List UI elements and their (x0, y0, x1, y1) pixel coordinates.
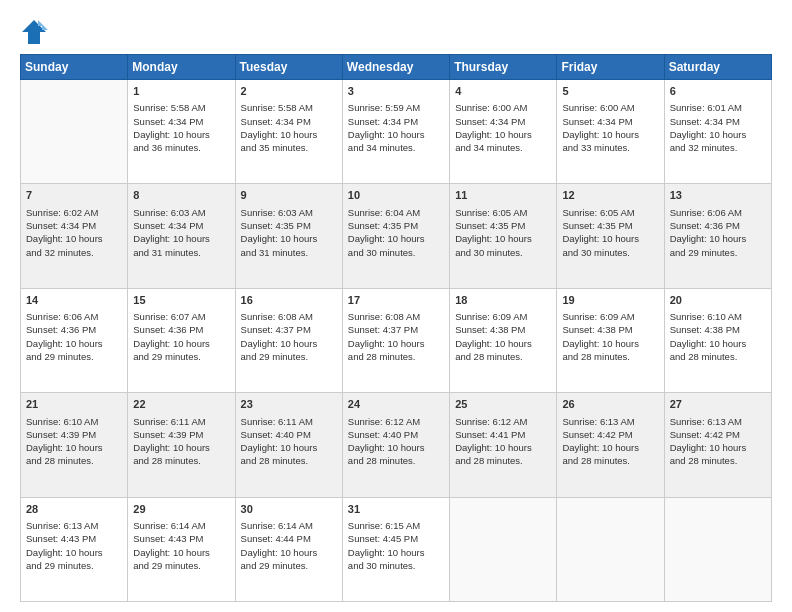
day-info: Daylight: 10 hours (562, 129, 639, 140)
day-number: 23 (241, 397, 337, 412)
day-info: Sunrise: 6:07 AM (133, 311, 205, 322)
calendar-cell: 20Sunrise: 6:10 AMSunset: 4:38 PMDayligh… (664, 288, 771, 392)
day-number: 5 (562, 84, 658, 99)
calendar-cell: 2Sunrise: 5:58 AMSunset: 4:34 PMDaylight… (235, 80, 342, 184)
calendar-cell: 6Sunrise: 6:01 AMSunset: 4:34 PMDaylight… (664, 80, 771, 184)
calendar-cell (557, 497, 664, 601)
day-info: and 31 minutes. (133, 247, 201, 258)
day-info: Sunset: 4:38 PM (562, 324, 632, 335)
day-info: Daylight: 10 hours (133, 338, 210, 349)
day-info: Daylight: 10 hours (241, 547, 318, 558)
calendar-cell: 21Sunrise: 6:10 AMSunset: 4:39 PMDayligh… (21, 393, 128, 497)
calendar-cell: 26Sunrise: 6:13 AMSunset: 4:42 PMDayligh… (557, 393, 664, 497)
day-info: and 29 minutes. (26, 351, 94, 362)
calendar-cell: 12Sunrise: 6:05 AMSunset: 4:35 PMDayligh… (557, 184, 664, 288)
logo-icon (20, 18, 48, 46)
calendar-cell: 25Sunrise: 6:12 AMSunset: 4:41 PMDayligh… (450, 393, 557, 497)
day-number: 15 (133, 293, 229, 308)
day-info: Sunset: 4:41 PM (455, 429, 525, 440)
calendar-cell: 10Sunrise: 6:04 AMSunset: 4:35 PMDayligh… (342, 184, 449, 288)
calendar-cell: 7Sunrise: 6:02 AMSunset: 4:34 PMDaylight… (21, 184, 128, 288)
day-info: Daylight: 10 hours (348, 129, 425, 140)
day-number: 11 (455, 188, 551, 203)
day-info: Daylight: 10 hours (455, 233, 532, 244)
calendar-cell (450, 497, 557, 601)
day-info: Sunset: 4:36 PM (670, 220, 740, 231)
day-info: and 32 minutes. (670, 142, 738, 153)
day-info: and 28 minutes. (241, 455, 309, 466)
day-info: Sunset: 4:38 PM (455, 324, 525, 335)
calendar-cell: 24Sunrise: 6:12 AMSunset: 4:40 PMDayligh… (342, 393, 449, 497)
day-info: Sunset: 4:37 PM (241, 324, 311, 335)
day-info: Sunset: 4:34 PM (133, 116, 203, 127)
day-info: Sunset: 4:44 PM (241, 533, 311, 544)
day-info: Sunrise: 6:13 AM (26, 520, 98, 531)
day-info: Daylight: 10 hours (348, 547, 425, 558)
day-info: Daylight: 10 hours (133, 442, 210, 453)
calendar-cell: 16Sunrise: 6:08 AMSunset: 4:37 PMDayligh… (235, 288, 342, 392)
day-info: Sunset: 4:34 PM (133, 220, 203, 231)
day-info: and 30 minutes. (562, 247, 630, 258)
calendar-cell: 4Sunrise: 6:00 AMSunset: 4:34 PMDaylight… (450, 80, 557, 184)
day-info: Daylight: 10 hours (26, 338, 103, 349)
calendar-cell: 19Sunrise: 6:09 AMSunset: 4:38 PMDayligh… (557, 288, 664, 392)
day-info: Sunset: 4:42 PM (670, 429, 740, 440)
day-info: Sunrise: 6:12 AM (455, 416, 527, 427)
day-info: Sunset: 4:35 PM (348, 220, 418, 231)
day-info: Sunset: 4:35 PM (562, 220, 632, 231)
weekday-header: Thursday (450, 55, 557, 80)
day-info: Sunrise: 6:14 AM (241, 520, 313, 531)
day-info: Daylight: 10 hours (241, 129, 318, 140)
header (20, 18, 772, 46)
day-info: Daylight: 10 hours (455, 442, 532, 453)
day-info: Daylight: 10 hours (241, 338, 318, 349)
day-info: Daylight: 10 hours (133, 547, 210, 558)
calendar-cell: 18Sunrise: 6:09 AMSunset: 4:38 PMDayligh… (450, 288, 557, 392)
day-info: Daylight: 10 hours (670, 338, 747, 349)
day-info: Sunset: 4:45 PM (348, 533, 418, 544)
day-number: 27 (670, 397, 766, 412)
day-info: Sunset: 4:34 PM (26, 220, 96, 231)
calendar-cell: 9Sunrise: 6:03 AMSunset: 4:35 PMDaylight… (235, 184, 342, 288)
day-info: Sunrise: 6:02 AM (26, 207, 98, 218)
day-number: 17 (348, 293, 444, 308)
day-info: Daylight: 10 hours (348, 338, 425, 349)
day-info: Daylight: 10 hours (455, 129, 532, 140)
day-number: 29 (133, 502, 229, 517)
day-info: and 28 minutes. (348, 455, 416, 466)
day-info: and 28 minutes. (455, 351, 523, 362)
day-number: 13 (670, 188, 766, 203)
day-info: Sunset: 4:40 PM (348, 429, 418, 440)
day-info: Sunset: 4:34 PM (670, 116, 740, 127)
day-info: Sunrise: 6:00 AM (455, 102, 527, 113)
day-number: 8 (133, 188, 229, 203)
day-info: Sunset: 4:34 PM (241, 116, 311, 127)
weekday-header: Monday (128, 55, 235, 80)
day-info: and 29 minutes. (133, 560, 201, 571)
weekday-header: Friday (557, 55, 664, 80)
day-number: 1 (133, 84, 229, 99)
day-number: 16 (241, 293, 337, 308)
day-info: and 33 minutes. (562, 142, 630, 153)
day-info: and 28 minutes. (348, 351, 416, 362)
day-info: Sunset: 4:35 PM (455, 220, 525, 231)
day-info: Sunset: 4:36 PM (133, 324, 203, 335)
calendar-cell: 17Sunrise: 6:08 AMSunset: 4:37 PMDayligh… (342, 288, 449, 392)
day-info: Sunset: 4:43 PM (26, 533, 96, 544)
calendar-cell: 29Sunrise: 6:14 AMSunset: 4:43 PMDayligh… (128, 497, 235, 601)
day-info: Sunrise: 5:58 AM (241, 102, 313, 113)
day-info: Sunrise: 6:08 AM (241, 311, 313, 322)
day-info: Sunset: 4:35 PM (241, 220, 311, 231)
calendar-cell (664, 497, 771, 601)
calendar-cell (21, 80, 128, 184)
day-info: and 29 minutes. (26, 560, 94, 571)
day-info: Sunrise: 6:08 AM (348, 311, 420, 322)
calendar-page: SundayMondayTuesdayWednesdayThursdayFrid… (0, 0, 792, 612)
day-number: 20 (670, 293, 766, 308)
calendar-cell: 5Sunrise: 6:00 AMSunset: 4:34 PMDaylight… (557, 80, 664, 184)
weekday-header: Wednesday (342, 55, 449, 80)
day-number: 2 (241, 84, 337, 99)
day-info: and 29 minutes. (241, 560, 309, 571)
day-number: 22 (133, 397, 229, 412)
day-info: and 29 minutes. (670, 247, 738, 258)
